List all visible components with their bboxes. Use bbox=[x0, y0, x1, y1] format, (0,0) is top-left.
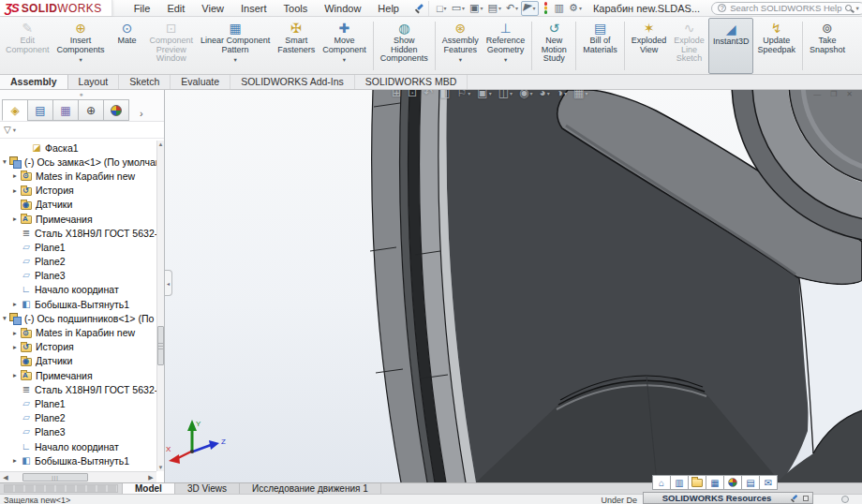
tree-vertical-scrollbar[interactable]: ▲ ▼ bbox=[156, 141, 164, 471]
expand-arrow-icon[interactable]: ▸ bbox=[10, 371, 20, 379]
menu-tools[interactable]: Tools bbox=[275, 2, 317, 15]
smart-fasteners-button[interactable]: ✠SmartFasteners bbox=[274, 18, 319, 74]
instant3d-button[interactable]: ◢Instant3D bbox=[708, 18, 754, 74]
dropdown-caret-icon[interactable]: ▾ bbox=[579, 5, 582, 11]
task-pane-collapse-icon[interactable] bbox=[803, 496, 809, 501]
expand-arrow-icon[interactable]: ▸ bbox=[10, 215, 20, 223]
tree-item[interactable]: ▸⊙Mates in Карабин new bbox=[0, 325, 156, 339]
task-pane-tab-home[interactable]: ⌂ bbox=[652, 475, 671, 490]
panel-drag-handle[interactable]: ● bbox=[0, 90, 164, 97]
task-pane-tab-custom-properties[interactable]: ▤ bbox=[741, 475, 760, 490]
manager-tab-displaymanager[interactable] bbox=[103, 99, 129, 121]
manager-tab-dimxpertmanager[interactable]: ⊕ bbox=[78, 99, 104, 121]
zoom-to-fit-button[interactable]: ⊞ bbox=[392, 90, 401, 99]
doc-minimize-icon[interactable]: — bbox=[813, 90, 821, 98]
menu-insert[interactable]: Insert bbox=[232, 2, 275, 15]
task-pane-tab-forum[interactable]: ✉ bbox=[759, 475, 778, 490]
dropdown-caret-icon[interactable]: ▾ bbox=[533, 5, 536, 11]
dropdown-caret-icon[interactable]: ▾ bbox=[498, 5, 501, 11]
reference-geometry-button[interactable]: ⊥ReferenceGeometry▾ bbox=[483, 18, 529, 74]
task-pane-tab-view-palette[interactable]: ▦ bbox=[706, 475, 724, 490]
mate-button[interactable]: ⊙Mate bbox=[109, 18, 146, 74]
vertical-scroll-thumb[interactable] bbox=[157, 326, 164, 365]
tree-item[interactable]: ▾(-) Ось замка<1> (По умолчани bbox=[0, 155, 156, 169]
scroll-up-icon[interactable]: ▲ bbox=[157, 141, 164, 148]
dropdown-caret-icon[interactable]: ▾ bbox=[530, 90, 533, 96]
tree-item[interactable]: ▱Plane3 bbox=[0, 269, 156, 283]
tree-item[interactable]: ▸⊙Mates in Карабин new bbox=[0, 169, 156, 183]
expand-arrow-icon[interactable]: ▸ bbox=[10, 456, 20, 465]
print-button[interactable]: ▤▾ bbox=[485, 1, 502, 16]
hide-show-items-button[interactable]: ◉▾ bbox=[519, 90, 533, 99]
help-search-box[interactable]: ? Search SOLIDWORKS Help ▾ bbox=[711, 2, 862, 15]
tree-item[interactable]: ▱Plane3 bbox=[0, 425, 156, 439]
expand-arrow-icon[interactable]: ▾ bbox=[0, 314, 9, 322]
manager-tabs-overflow-icon[interactable]: › bbox=[140, 108, 143, 121]
expand-arrow-icon[interactable]: ▸ bbox=[10, 329, 20, 337]
tree-horizontal-scrollbar[interactable]: ◀ ||| ▶ bbox=[0, 471, 156, 482]
exploded-view-button[interactable]: ✶ExplodedView bbox=[628, 18, 671, 74]
scroll-left-icon[interactable]: ◀ bbox=[0, 474, 11, 482]
search-caret-icon[interactable]: ▾ bbox=[855, 5, 858, 12]
view-orientation-button[interactable]: ▣▾ bbox=[477, 90, 491, 99]
file-properties-button[interactable]: ▥ bbox=[553, 1, 566, 16]
expand-arrow-icon[interactable]: ▸ bbox=[10, 300, 20, 308]
section-view-button[interactable]: ◧ bbox=[439, 90, 450, 99]
tree-item[interactable]: ▱Plane1 bbox=[0, 240, 156, 254]
dropdown-caret-icon[interactable]: ▾ bbox=[515, 5, 518, 11]
dropdown-caret-icon[interactable]: ▾ bbox=[462, 5, 465, 11]
tree-item[interactable]: ▸AПримечания bbox=[0, 212, 156, 226]
search-input[interactable]: Search SOLIDWORKS Help bbox=[730, 3, 841, 13]
scroll-right-icon[interactable]: ▶ bbox=[145, 474, 156, 482]
doc-restore-icon[interactable]: ❐ bbox=[830, 90, 837, 98]
dropdown-caret-icon[interactable]: ▾ bbox=[468, 90, 470, 96]
tree-item[interactable]: ▱Plane2 bbox=[0, 255, 156, 269]
undo-button[interactable]: ↶▾ bbox=[504, 1, 520, 16]
dropdown-caret-icon[interactable]: ▾ bbox=[480, 5, 483, 11]
new-motion-study-button[interactable]: ↺NewMotionStudy bbox=[535, 18, 572, 74]
new-document-button[interactable]: □▾ bbox=[435, 1, 449, 16]
tree-item[interactable]: ◪Фаска1 bbox=[0, 141, 156, 155]
dropdown-caret-icon[interactable]: ▾ bbox=[79, 56, 82, 64]
scroll-down-icon[interactable]: ▼ bbox=[157, 464, 164, 471]
linear-component-pattern-button[interactable]: ▦Linear ComponentPattern▾ bbox=[197, 18, 274, 74]
bill-of-materials-button[interactable]: ▤Bill ofMaterials bbox=[579, 18, 621, 74]
tree-item[interactable]: ▾(-) Ось подшипников<1> (По ум bbox=[0, 311, 156, 325]
dropdown-caret-icon[interactable]: ▾ bbox=[585, 90, 587, 96]
tab-solidworks-add-ins[interactable]: SOLIDWORKS Add-Ins bbox=[230, 75, 355, 89]
tree-item[interactable]: ▸↺История bbox=[0, 340, 156, 354]
model-canvas[interactable]: X Y Z bbox=[165, 90, 862, 482]
previous-view-button[interactable]: ↶ bbox=[424, 90, 433, 99]
manager-tab-propertymanager[interactable]: ▤ bbox=[27, 99, 53, 121]
tab-solidworks-mbd[interactable]: SOLIDWORKS MBD bbox=[355, 75, 468, 89]
task-pane-pin-icon[interactable] bbox=[791, 494, 799, 503]
expand-arrow-icon[interactable]: ▸ bbox=[10, 186, 20, 195]
doc-close-icon[interactable]: ✕ bbox=[846, 90, 853, 98]
tree-item[interactable]: ▸AПримечания bbox=[0, 368, 156, 382]
tree-item[interactable]: ≣Сталь Х18Н9Л ГОСТ 5632-72 bbox=[0, 382, 156, 396]
insert-components-button[interactable]: ⊕InsertComponents▾ bbox=[53, 18, 109, 74]
expand-arrow-icon[interactable]: ▸ bbox=[10, 343, 20, 351]
horizontal-scroll-thumb[interactable]: ||| bbox=[22, 473, 88, 482]
tab-layout[interactable]: Layout bbox=[68, 75, 120, 89]
take-snapshot-button[interactable]: ⊚TakeSnapshot bbox=[806, 18, 849, 74]
dropdown-caret-icon[interactable]: ▾ bbox=[489, 90, 492, 96]
dropdown-caret-icon[interactable]: ▾ bbox=[510, 90, 513, 96]
dropdown-caret-icon[interactable]: ▾ bbox=[504, 56, 507, 64]
select-button[interactable]: ◤▾ bbox=[521, 1, 538, 16]
task-pane-header[interactable]: SOLIDWORKS Resources bbox=[643, 492, 813, 504]
display-style-button[interactable]: ◫▾ bbox=[498, 90, 513, 99]
menu-help[interactable]: Help bbox=[369, 2, 408, 15]
bottom-tab-исследование-движения-1[interactable]: Исследование движения 1 bbox=[240, 483, 381, 494]
menu-view[interactable]: View bbox=[193, 2, 232, 15]
manager-tab-featuremanager[interactable]: ◈ bbox=[2, 99, 28, 121]
dropdown-caret-icon[interactable]: ▾ bbox=[343, 56, 346, 64]
graphics-viewport[interactable]: X Y Z ⊞⊡↶◧⚐▾▣▾◫▾◉▾◕▾◑▾▦▾ — ❐ ✕ ◂ bbox=[165, 90, 862, 482]
tab-assembly[interactable]: Assembly bbox=[0, 75, 68, 89]
task-pane-tab-appearances[interactable] bbox=[723, 475, 742, 490]
tree-item[interactable]: ▸◧Бобышка-Вытянуть1 bbox=[0, 453, 156, 467]
dynamic-annotation-views-button[interactable]: ⚐▾ bbox=[457, 90, 471, 99]
options-button[interactable]: ⚙▾ bbox=[567, 1, 584, 16]
tree-item[interactable]: ▸◧Бобышка-Вытянуть1 bbox=[0, 297, 156, 311]
bottom-tab-model[interactable]: Model bbox=[122, 483, 175, 494]
